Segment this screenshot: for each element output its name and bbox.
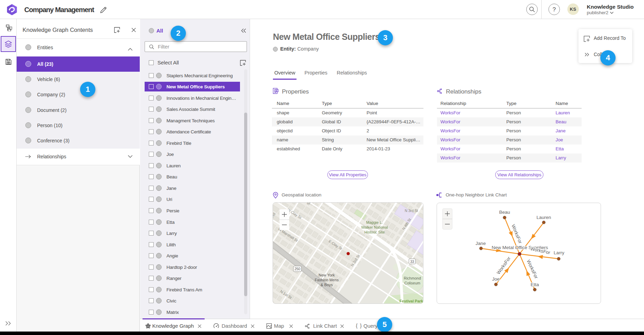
svg-text:New York: New York xyxy=(319,273,335,277)
svg-text:Maggie L.: Maggie L. xyxy=(366,220,383,224)
svg-text:33: 33 xyxy=(410,260,414,264)
svg-text:Walker National: Walker National xyxy=(361,225,388,229)
svg-text:Etta: Etta xyxy=(531,282,539,287)
svg-text:250: 250 xyxy=(294,267,300,271)
svg-text:N 3rd St: N 3rd St xyxy=(405,209,418,213)
svg-text:Larry: Larry xyxy=(554,250,565,255)
svg-text:WorksFor: WorksFor xyxy=(526,259,539,280)
svg-text:Lauren: Lauren xyxy=(536,215,551,220)
svg-text:Joe: Joe xyxy=(492,276,500,282)
svg-text:Coliseum: Coliseum xyxy=(404,281,420,285)
svg-text:?: ? xyxy=(552,6,556,13)
svg-text:& Boys: & Boys xyxy=(321,283,333,287)
svg-text:Fashion Mens: Fashion Mens xyxy=(315,278,339,282)
svg-text:Historic Site: Historic Site xyxy=(364,230,385,234)
svg-text:WorksFor: WorksFor xyxy=(496,256,512,275)
svg-text:Jane: Jane xyxy=(475,241,486,246)
svg-text:Beau: Beau xyxy=(499,210,510,215)
svg-text:Festival Park: Festival Park xyxy=(400,299,423,303)
svg-text:Richmond: Richmond xyxy=(404,276,421,280)
